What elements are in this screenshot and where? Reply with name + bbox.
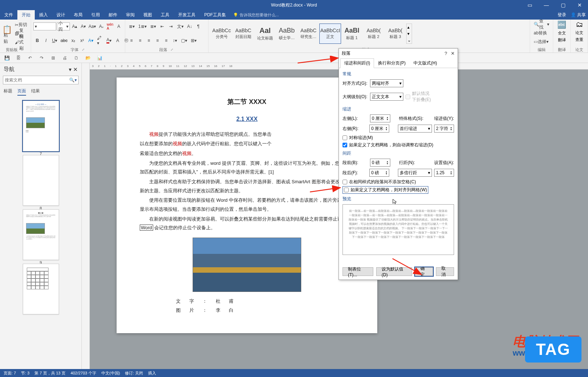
document-image[interactable]	[193, 238, 301, 292]
status-section[interactable]: 节: 3	[21, 370, 29, 376]
undo-icon[interactable]: ↶	[26, 54, 34, 62]
inc-indent-icon[interactable]: ⇥	[167, 22, 175, 30]
redo-icon[interactable]: ↷	[38, 54, 46, 62]
nav-dropdown-icon[interactable]: ▾	[69, 66, 72, 72]
format-painter-button[interactable]: 🖌 格式刷	[13, 38, 29, 46]
shading-icon[interactable]: ▢▾	[180, 37, 189, 45]
cancel-button[interactable]: 取消	[436, 267, 454, 276]
nav-search[interactable]: 🔍▾	[3, 76, 79, 84]
status-insert[interactable]: 插入	[148, 370, 156, 376]
alignment-select[interactable]: 两端对齐▾	[370, 79, 403, 87]
print-icon[interactable]: 🖨	[61, 54, 69, 62]
login-link[interactable]: 登录	[558, 12, 566, 18]
nav-close-icon[interactable]: ✕	[73, 66, 78, 72]
font-launcher-icon[interactable]: ⤢	[81, 47, 86, 52]
outline-select[interactable]: 正文文本▾	[370, 93, 403, 101]
search-icon[interactable]: 🔍▾	[69, 78, 77, 83]
translate-icon[interactable]: 🔤	[557, 20, 566, 29]
status-lang[interactable]: 中文(中国)	[101, 370, 120, 376]
bullets-icon[interactable]: ≣▾	[127, 22, 136, 30]
replace-button[interactable]: ab替换	[532, 29, 549, 37]
saveas-icon[interactable]: 🗄	[14, 54, 22, 62]
subscript-icon[interactable]: x₂	[70, 37, 77, 45]
open-icon[interactable]: 📂	[84, 54, 92, 62]
help-icon[interactable]: ?	[445, 51, 447, 56]
distribute-icon[interactable]: ≡	[162, 37, 170, 45]
styles-more-icon[interactable]: ⌄	[407, 38, 411, 43]
indent-by-input[interactable]: 2 字符▲▼	[434, 125, 454, 133]
dialog-close-icon[interactable]: ✕	[451, 51, 455, 56]
styles-down-icon[interactable]: ▾	[407, 31, 411, 36]
find-button[interactable]: 🔍查找▾	[532, 20, 551, 28]
indent-left-input[interactable]: 0 厘米▲▼	[370, 114, 390, 122]
no-extra-space-checkbox[interactable]	[343, 180, 347, 184]
insert-table-icon[interactable]: ⊞	[49, 54, 57, 62]
tab-review[interactable]: 审阅	[122, 10, 139, 20]
showmarks-icon[interactable]: ¶	[194, 22, 202, 30]
bold-icon[interactable]: B	[33, 37, 41, 45]
paragraph-launcher-icon[interactable]: ⤢	[169, 47, 175, 52]
mirror-indent-checkbox[interactable]	[343, 135, 347, 140]
paste-button[interactable]: 粘贴	[2, 34, 12, 42]
dialog-tab-asian[interactable]: 中文版式(H)	[410, 58, 441, 68]
grow-font-icon[interactable]: A▴	[71, 22, 79, 30]
clear-format-icon[interactable]: Aₓ	[97, 22, 105, 30]
tell-me[interactable]: 💡告诉我您想要做什么...	[230, 10, 282, 20]
line-spacing-icon[interactable]: ↕▾	[171, 37, 179, 45]
styles-up-icon[interactable]: ▴	[407, 25, 411, 30]
phonetic-icon[interactable]: wénA	[106, 22, 114, 30]
document-page[interactable]: 第二节 XXXX 2.1 XXX 视频提供了功能强大的方法帮助您证明您的观点。当…	[117, 78, 377, 333]
tab-mailings[interactable]: 邮件	[104, 10, 122, 20]
search-input[interactable]	[5, 78, 69, 83]
superscript-icon[interactable]: x²	[78, 37, 86, 45]
asian-layout-icon[interactable]: 文▾	[176, 22, 185, 30]
nav-tab-results[interactable]: 结果	[31, 88, 40, 96]
status-page[interactable]: 页面: 7	[4, 370, 16, 376]
share-button[interactable]: 👤 共享	[571, 12, 586, 18]
indent-right-input[interactable]: 0 厘米▲▼	[369, 125, 389, 133]
char-shading-icon[interactable]: A	[114, 37, 122, 45]
close-icon[interactable]: ✕	[571, 0, 588, 10]
numbering-icon[interactable]: 1≣▾	[137, 22, 148, 30]
line-spacing-select[interactable]: 多倍行距▾	[398, 169, 432, 177]
justify-icon[interactable]: ≡	[154, 37, 161, 45]
status-track[interactable]: 修订: 关闭	[125, 370, 143, 376]
status-pageof[interactable]: 第 7 页，共 13 页	[34, 370, 66, 376]
set-default-button[interactable]: 设为默认值(D)	[376, 267, 412, 276]
dialog-tab-break[interactable]: 换行和分页(P)	[374, 58, 410, 68]
ribbon-options-icon[interactable]: ▭	[521, 0, 538, 10]
nav-tab-pages[interactable]: 页面	[17, 88, 26, 96]
select-button[interactable]: ▭选择▾	[532, 38, 550, 46]
maximize-icon[interactable]: ▢	[555, 0, 571, 10]
spacing-at-input[interactable]: 1.25▲▼	[434, 169, 454, 177]
align-left-icon[interactable]: ≡	[127, 37, 135, 45]
minimize-icon[interactable]: —	[538, 0, 555, 10]
special-indent-select[interactable]: 首行缩进▾	[398, 125, 432, 133]
tab-insert[interactable]: 插入	[35, 10, 52, 20]
page-thumbnail[interactable]: 第三章 视频提供了功能强大的方法帮助您证明您的观点当您单击联机视频时可以在想要添…	[23, 209, 59, 260]
font-color-icon[interactable]: A▾	[105, 37, 113, 45]
text-effect-icon[interactable]: A▾	[87, 37, 95, 45]
underline-icon[interactable]: U▾	[51, 37, 59, 45]
highlight-icon[interactable]: 🖍▾	[96, 37, 104, 45]
tab-layout[interactable]: 布局	[70, 10, 87, 20]
sort-icon[interactable]: A↓	[186, 22, 194, 30]
auto-right-indent-checkbox[interactable]	[343, 143, 347, 147]
space-before-input[interactable]: 0 磅▲▼	[370, 159, 390, 167]
tab-pdf[interactable]: PDF工具集	[200, 10, 230, 20]
insert-chart-icon[interactable]: 📊	[96, 54, 104, 62]
align-right-icon[interactable]: ≡	[145, 37, 153, 45]
tab-file[interactable]: 文件	[0, 10, 17, 20]
status-words[interactable]: 402/2703 个字	[71, 370, 96, 376]
tabs-button[interactable]: 制表位(T)...	[343, 267, 373, 276]
font-size-combo[interactable]: 小四▾	[57, 22, 70, 30]
page-thumbnail[interactable]	[23, 264, 59, 314]
dupcheck-icon[interactable]: 🗂	[576, 20, 583, 29]
page-thumbnail[interactable]: 8	[23, 155, 59, 206]
italic-icon[interactable]: I	[42, 37, 50, 45]
dec-indent-icon[interactable]: ⇤	[158, 22, 166, 30]
page-thumbnail[interactable]: — 2.1 XXX — 视频提供了功能强大的方法帮助您证明您的观点当您单击联机视…	[23, 101, 59, 151]
snap-grid-checkbox[interactable]	[344, 188, 349, 192]
space-after-input[interactable]: 0 磅▲▼	[369, 169, 389, 177]
shrink-font-icon[interactable]: A▾	[79, 22, 87, 30]
